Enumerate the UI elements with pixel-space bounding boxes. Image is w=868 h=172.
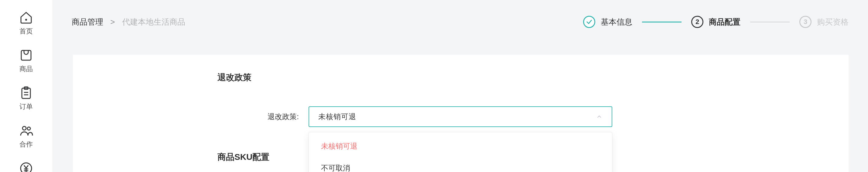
breadcrumb-current: 代建本地生活商品 [122, 17, 185, 26]
home-icon [19, 10, 33, 25]
sidebar-item-label: 订单 [20, 102, 33, 111]
step-number: 2 [691, 16, 703, 28]
sidebar-item-finance[interactable]: 财务 [0, 161, 52, 172]
step-product-config[interactable]: 2 商品配置 [691, 16, 799, 28]
breadcrumb: 商品管理 > 代建本地生活商品 [72, 17, 185, 27]
sidebar-item-label: 商品 [20, 64, 33, 74]
breadcrumb-sep: > [110, 17, 115, 26]
page-header: 商品管理 > 代建本地生活商品 基本信息 2 商品配置 3 购买资格 [52, 12, 868, 32]
svg-point-4 [23, 126, 26, 130]
partners-icon [19, 123, 33, 138]
sidebar-item-home[interactable]: 首页 [0, 10, 52, 39]
svg-rect-1 [21, 51, 31, 60]
check-icon [583, 16, 595, 28]
sidebar-item-order[interactable]: 订单 [0, 86, 52, 115]
sidebar-item-label: 合作 [20, 140, 33, 149]
refund-policy-select-box[interactable]: 未核销可退 [309, 106, 612, 127]
step-number: 3 [799, 16, 811, 28]
sidebar-item-product[interactable]: 商品 [0, 48, 52, 77]
svg-point-0 [25, 19, 27, 21]
step-purchase-qualification[interactable]: 3 购买资格 [799, 16, 848, 28]
step-title: 购买资格 [817, 17, 848, 27]
sidebar-item-partner[interactable]: 合作 [0, 123, 52, 152]
step-basic-info[interactable]: 基本信息 [583, 16, 691, 28]
steps: 基本信息 2 商品配置 3 购买资格 [583, 16, 848, 28]
main-card: 退改政策 退改政策: 未核销可退 未核销可退 不可取消 商品SKU配置 [73, 55, 848, 172]
step-line [750, 22, 789, 23]
chevron-up-icon [596, 113, 602, 120]
breadcrumb-parent[interactable]: 商品管理 [72, 17, 103, 26]
bag-icon [19, 48, 33, 63]
svg-point-5 [27, 127, 30, 130]
sidebar: 首页 商品 订单 合作 财务 [0, 0, 52, 172]
step-line [642, 22, 682, 23]
step-title: 商品配置 [709, 17, 740, 27]
select-value: 未核销可退 [318, 112, 356, 121]
clipboard-icon [19, 86, 33, 100]
form-row-refund-policy: 退改政策: 未核销可退 未核销可退 不可取消 [223, 106, 848, 127]
section-title-sku-config: 商品SKU配置 [217, 151, 842, 163]
section-title-refund-policy: 退改政策 [217, 72, 842, 83]
step-title: 基本信息 [601, 17, 632, 27]
yen-icon [19, 161, 33, 172]
refund-policy-select: 未核销可退 未核销可退 不可取消 [309, 106, 612, 127]
form-label: 退改政策: [223, 112, 309, 121]
sidebar-item-label: 首页 [20, 27, 33, 36]
